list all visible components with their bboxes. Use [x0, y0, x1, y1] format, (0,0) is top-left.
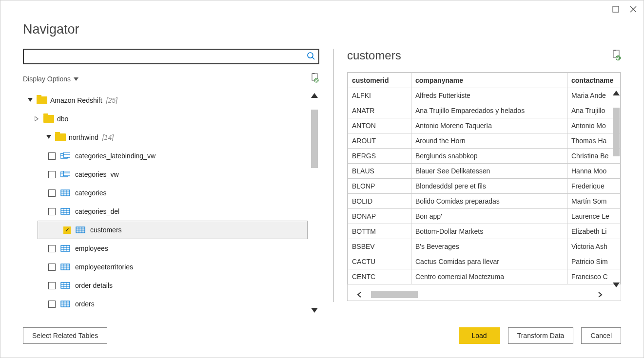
checkbox[interactable]: ✓ — [63, 226, 71, 234]
table-vertical-scrollbar[interactable] — [612, 89, 621, 289]
table-icon — [60, 282, 70, 289]
table-horizontal-scrollbar[interactable] — [348, 289, 612, 301]
table-cell: Centro comercial Moctezuma — [411, 269, 567, 284]
scroll-thumb[interactable] — [371, 291, 418, 298]
tree-scrollbar[interactable] — [310, 91, 319, 315]
table-cell: B's Beverages — [411, 239, 567, 254]
load-button[interactable]: Load — [459, 327, 500, 344]
collapse-icon[interactable] — [27, 98, 34, 103]
svg-point-58 — [616, 56, 621, 60]
checkbox[interactable] — [48, 264, 56, 271]
maximize-button[interactable] — [611, 5, 620, 14]
svg-rect-14 — [63, 152, 70, 157]
tree-item[interactable]: categories_vw — [23, 165, 308, 184]
tree-item[interactable]: order details — [23, 276, 308, 295]
table-row[interactable]: ANTONAntonio Moreno TaqueríaAntonio Mo — [348, 118, 621, 133]
collapse-icon[interactable] — [45, 135, 52, 140]
scroll-down-icon[interactable] — [613, 280, 620, 289]
table-row[interactable]: ALFKIAlfreds FutterkisteMaria Ande — [348, 88, 621, 103]
scroll-up-icon[interactable] — [311, 91, 318, 101]
tree-label: Amazon Redshift — [50, 96, 102, 104]
table-row[interactable]: CACTUCactus Comidas para llevarPatricio … — [348, 254, 621, 269]
refresh-tree-icon[interactable] — [311, 73, 319, 84]
scroll-track[interactable] — [311, 101, 318, 305]
svg-rect-30 — [76, 227, 85, 233]
table-icon — [60, 245, 70, 252]
view-icon — [60, 152, 70, 159]
tree-item-label: categories — [75, 189, 107, 197]
expand-icon[interactable] — [34, 116, 40, 121]
scroll-up-icon[interactable] — [613, 89, 620, 98]
table-cell: BSBEV — [348, 239, 411, 254]
scroll-thumb[interactable] — [613, 108, 620, 156]
table-row[interactable]: BSBEVB's BeveragesVictoria Ash — [348, 239, 621, 254]
checkbox[interactable] — [48, 245, 56, 252]
tree-item[interactable]: employeeterritories — [23, 258, 308, 276]
svg-point-7 — [314, 78, 318, 82]
table-row[interactable]: BLONPBlondesddsl pere et filsFrederique — [348, 179, 621, 194]
svg-marker-9 — [28, 98, 33, 102]
column-header[interactable]: companyname — [411, 73, 567, 88]
tree-item[interactable]: categories_latebinding_vw — [23, 147, 308, 165]
tree-item[interactable]: categories — [23, 184, 308, 202]
display-options-dropdown[interactable]: Display Options — [23, 75, 78, 83]
scroll-left-icon[interactable] — [348, 291, 371, 298]
tree-item-label: categories_latebinding_vw — [75, 152, 156, 160]
table-cell: CENTC — [348, 269, 411, 284]
search-box[interactable] — [23, 49, 319, 64]
scroll-thumb[interactable] — [311, 110, 318, 168]
close-button[interactable] — [629, 5, 638, 14]
table-icon — [60, 208, 70, 215]
tree-item[interactable]: employees — [23, 239, 308, 258]
svg-marker-55 — [311, 93, 318, 98]
checkbox[interactable] — [48, 189, 56, 197]
search-input[interactable] — [27, 52, 307, 61]
table-row[interactable]: CENTCCentro comercial MoctezumaFrancisco… — [348, 269, 621, 284]
scroll-down-icon[interactable] — [311, 305, 318, 315]
table-cell: BOTTM — [348, 224, 411, 239]
table-icon — [60, 189, 70, 196]
left-pane: Display Options — [23, 49, 319, 315]
table-row[interactable]: BONAPBon app'Laurence Le — [348, 209, 621, 224]
tree-node-northwind[interactable]: northwind [14] — [23, 128, 308, 147]
column-header[interactable]: contactname — [567, 73, 621, 88]
transform-data-button[interactable]: Transform Data — [508, 327, 574, 344]
table-row[interactable]: BERGSBerglunds snabbkopChristina Be — [348, 149, 621, 164]
scroll-right-icon[interactable] — [588, 291, 612, 298]
view-icon — [60, 171, 70, 178]
table-row[interactable]: AROUTAround the HornThomas Ha — [348, 133, 621, 149]
table-cell: ALFKI — [348, 88, 411, 103]
preview-table-wrap: customeridcompanynamecontactname ALFKIAl… — [347, 72, 621, 301]
checkbox[interactable] — [48, 152, 56, 160]
checkbox[interactable] — [48, 208, 56, 215]
tree-node-dbo[interactable]: dbo — [23, 110, 308, 128]
search-icon[interactable] — [307, 52, 315, 62]
column-header[interactable]: customerid — [348, 73, 411, 88]
refresh-preview-icon[interactable] — [611, 50, 621, 62]
tree-item[interactable]: orders — [23, 295, 308, 313]
table-row[interactable]: BLAUSBlauer See DelikatessenHanna Moo — [348, 164, 621, 179]
checkbox[interactable] — [48, 301, 56, 308]
svg-marker-61 — [613, 283, 620, 287]
select-related-tables-button[interactable]: Select Related Tables — [23, 327, 107, 344]
footer: Select Related Tables Load Transform Dat… — [0, 315, 644, 358]
svg-rect-45 — [61, 283, 70, 288]
tree-item[interactable]: ✓customers — [38, 221, 308, 239]
table-row[interactable]: ANATRAna Trujillo Emparedados y heladosA… — [348, 103, 621, 118]
tree: Amazon Redshift [25] dbo northwind — [23, 91, 310, 315]
table-icon — [60, 264, 70, 270]
scroll-track[interactable] — [371, 291, 588, 298]
scroll-track[interactable] — [613, 98, 620, 280]
tree-node-root[interactable]: Amazon Redshift [25] — [23, 91, 308, 110]
checkbox[interactable] — [48, 282, 56, 289]
table-row[interactable]: BOLIDBolido Comidas preparadasMartín Som — [348, 194, 621, 209]
tree-item[interactable]: categories_del — [23, 202, 308, 221]
folder-icon — [37, 96, 47, 104]
checkbox[interactable] — [48, 171, 56, 178]
table-row[interactable]: BOTTMBottom-Dollar MarketsElizabeth Li — [348, 224, 621, 239]
folder-icon — [55, 133, 66, 141]
tree-item-label: categories_vw — [75, 170, 119, 178]
cancel-button[interactable]: Cancel — [581, 327, 621, 344]
table-cell: Cactus Comidas para llevar — [411, 254, 567, 269]
page-title: Navigator — [23, 22, 621, 37]
